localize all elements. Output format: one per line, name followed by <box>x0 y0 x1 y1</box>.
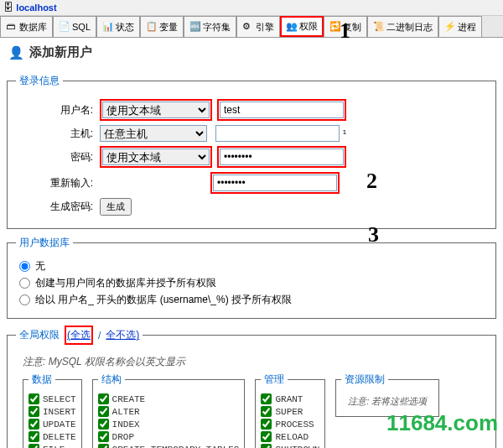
server-icon: 🗄 <box>3 2 13 13</box>
radio-create[interactable] <box>19 278 30 289</box>
host-select[interactable]: 任意主机 <box>100 125 207 142</box>
user-db-legend: 用户数据库 <box>16 236 73 250</box>
password-select[interactable]: 使用文本域 <box>102 148 210 165</box>
chk-delete[interactable] <box>29 431 39 442</box>
uncheck-all-link[interactable]: 全不选) <box>106 328 139 342</box>
chk-alter[interactable] <box>98 406 109 417</box>
limits-note: 注意: 若将这些选项 <box>348 395 427 408</box>
priv-data-fieldset: 数据 SELECT INSERT UPDATE DELETE FILE <box>23 372 82 448</box>
global-priv-legend: 全局权限 (全选 / 全不选) <box>16 326 143 345</box>
radio-none[interactable] <box>19 261 30 272</box>
chk-process[interactable] <box>261 419 272 430</box>
retype-label: 重新输入: <box>16 176 100 190</box>
chk-shutdown[interactable] <box>261 444 272 448</box>
login-info-legend: 登录信息 <box>16 74 63 88</box>
chk-super[interactable] <box>261 406 272 417</box>
username-select[interactable]: 使用文本域 <box>102 102 210 118</box>
tab-status[interactable]: 📊状态 <box>96 16 140 37</box>
generate-button[interactable]: 生成 <box>100 198 132 216</box>
tab-binlog[interactable]: 📜二进制日志 <box>367 16 438 37</box>
privileges-icon: 👥 <box>286 21 298 33</box>
watermark: 11684.com <box>386 410 498 436</box>
host-footnote: ¹ <box>343 128 346 139</box>
tab-privileges[interactable]: 👥权限 <box>280 16 324 37</box>
radio-grant[interactable] <box>19 294 30 305</box>
login-info-fieldset: 登录信息 用户名: 使用文本域 2 主机: 任意主机 ¹ 密码: 使用文本域 3… <box>7 74 496 229</box>
retype-input[interactable] <box>213 175 337 191</box>
chk-file[interactable] <box>29 444 39 448</box>
host-input[interactable] <box>215 125 340 142</box>
status-icon: 📊 <box>102 21 114 33</box>
priv-note: 注意: MySQL 权限名称会以英文显示 <box>23 355 480 369</box>
chk-create-temp[interactable] <box>98 444 109 448</box>
username-input[interactable] <box>220 102 344 118</box>
chk-insert[interactable] <box>29 406 39 417</box>
tab-databases[interactable]: 🗃数据库 <box>0 16 53 37</box>
chk-index[interactable] <box>98 419 109 430</box>
chk-create[interactable] <box>98 393 109 404</box>
priv-admin-fieldset: 管理 GRANT SUPER PROCESS RELOAD SHUTDOWN <box>255 372 325 448</box>
chk-grant[interactable] <box>261 393 272 404</box>
sql-icon: 📄 <box>59 21 70 33</box>
tab-engines[interactable]: ⚙引擎 <box>236 16 280 37</box>
gen-password-label: 生成密码: <box>16 200 100 214</box>
check-all-link[interactable]: (全选 <box>67 329 91 341</box>
user-db-fieldset: 用户数据库 无 创建与用户同名的数据库并授予所有权限 给以 用户名_ 开头的数据… <box>7 236 496 319</box>
chk-reload[interactable] <box>261 431 272 442</box>
chk-drop[interactable] <box>98 431 109 442</box>
database-icon: 🗃 <box>6 21 18 33</box>
tabs-bar: 🗃数据库 📄SQL 📊状态 📋变量 🔤字符集 ⚙引擎 👥权限 🔁复制 📜二进制日… <box>0 16 503 38</box>
binlog-icon: 📜 <box>373 21 385 33</box>
processes-icon: ⚡ <box>444 21 456 33</box>
engines-icon: ⚙ <box>242 21 254 33</box>
password-input[interactable] <box>220 148 344 165</box>
tab-variables[interactable]: 📋变量 <box>140 16 184 37</box>
tab-processes[interactable]: ⚡进程 <box>438 16 482 37</box>
username-label: 用户名: <box>16 103 100 117</box>
add-user-icon: 👤 <box>8 45 24 60</box>
variables-icon: 📋 <box>146 21 158 33</box>
tab-sql[interactable]: 📄SQL <box>53 16 96 37</box>
annotation-1: 1 <box>340 18 350 44</box>
page-title: 👤 添加新用户 <box>0 38 503 67</box>
charset-icon: 🔤 <box>189 21 201 33</box>
header: 🗄 localhost <box>0 0 503 16</box>
host-label: 主机: <box>16 127 100 141</box>
annotation-2: 2 <box>366 169 377 194</box>
tab-charsets[interactable]: 🔤字符集 <box>184 16 236 37</box>
chk-update[interactable] <box>29 419 39 430</box>
host-label: localhost <box>16 3 56 13</box>
password-label: 密码: <box>16 150 100 164</box>
chk-select[interactable] <box>29 393 39 404</box>
priv-structure-fieldset: 结构 CREATE ALTER INDEX DROP CREATE TEMPOR… <box>92 372 246 448</box>
